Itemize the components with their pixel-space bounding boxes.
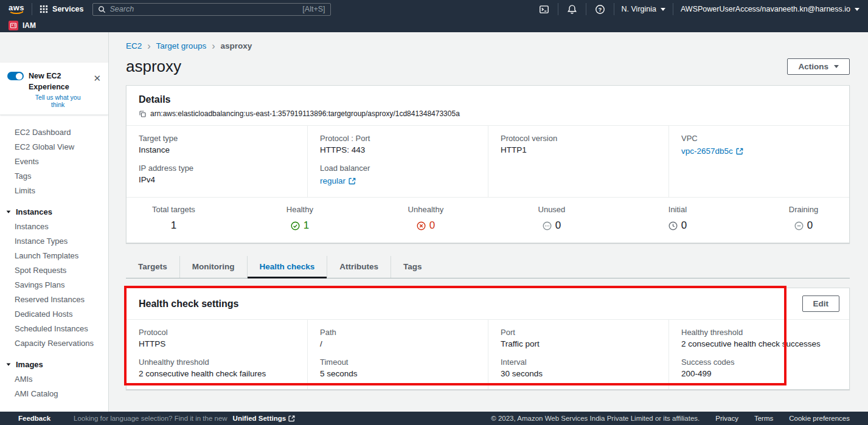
field-protocol-port: Protocol : Port HTTPS: 443 <box>320 134 476 154</box>
aws-swoosh-icon <box>9 10 24 14</box>
field-success-codes: Success codes 200-499 <box>681 358 837 378</box>
tell-us-link[interactable]: Tell us what you think <box>29 94 87 108</box>
topnav-right: ? N. Virginia AWSPowerUserAccess/navanee… <box>538 3 859 15</box>
health-check-fields: Protocol HTTPS Unhealthy threshold 2 con… <box>127 320 849 389</box>
field-vpc: VPC vpc-2657db5c <box>681 134 837 156</box>
sidebar-item-dedicated-hosts[interactable]: Dedicated Hosts <box>0 306 108 321</box>
ellipsis-circle-icon <box>543 221 552 230</box>
region-label: N. Virginia <box>622 5 656 13</box>
help-button[interactable]: ? <box>594 4 606 15</box>
tab-health-checks[interactable]: Health checks <box>247 256 327 278</box>
field-unhealthy-threshold: Unhealthy threshold 2 consecutive health… <box>139 358 295 378</box>
language-selection-note: Looking for language selection? Find it … <box>74 415 295 422</box>
field-target-type: Target type Instance <box>139 134 295 154</box>
iam-service-icon <box>9 21 18 30</box>
unified-settings-link[interactable]: Unified Settings <box>233 415 296 422</box>
cloudshell-button[interactable] <box>538 4 550 15</box>
breadcrumb-ec2[interactable]: EC2 <box>126 41 142 50</box>
health-check-title: Health check settings <box>139 299 239 309</box>
notifications-button[interactable] <box>566 4 578 15</box>
tab-bar: Targets Monitoring Health checks Attribu… <box>126 256 850 278</box>
sidebar-item-limits[interactable]: Limits <box>0 183 108 198</box>
breadcrumb-separator: › <box>212 43 215 49</box>
sidebar-item-launch-templates[interactable]: Launch Templates <box>0 248 108 263</box>
clock-circle-icon <box>668 221 678 230</box>
edit-button[interactable]: Edit <box>802 295 840 312</box>
field-ip-address-type: IP address type IPv4 <box>139 164 295 184</box>
external-link-icon <box>288 415 295 422</box>
details-header: Details arn:aws:elasticloadbalancing:us-… <box>127 86 849 125</box>
sidebar-nav: EC2 Dashboard EC2 Global View Events Tag… <box>0 115 108 412</box>
sidebar-item-tags[interactable]: Tags <box>0 168 108 183</box>
favorite-iam-link[interactable]: IAM <box>9 21 36 30</box>
sidebar-item-spot-requests[interactable]: Spot Requests <box>0 263 108 277</box>
sidebar-item-savings-plans[interactable]: Savings Plans <box>0 277 108 292</box>
sidebar-section-instances[interactable]: Instances <box>0 205 108 219</box>
actions-button[interactable]: Actions <box>787 58 850 75</box>
tab-monitoring[interactable]: Monitoring <box>179 256 247 278</box>
services-grid-icon <box>40 5 48 13</box>
account-menu[interactable]: AWSPowerUserAccess/navaneeth.kn@harness.… <box>681 5 859 13</box>
field-interval: Interval 30 seconds <box>501 358 656 378</box>
page-title: asproxy <box>126 57 181 76</box>
external-link-icon <box>349 178 356 185</box>
services-menu-button[interactable]: Services <box>40 5 83 13</box>
sidebar-item-ec2-dashboard[interactable]: EC2 Dashboard <box>0 125 108 139</box>
sidebar-item-amis[interactable]: AMIs <box>0 371 108 386</box>
sidebar: New EC2 Experience Tell us what you thin… <box>0 32 109 412</box>
feedback-link[interactable]: Feedback <box>18 415 50 422</box>
breadcrumb: EC2 › Target groups › asproxy <box>126 41 850 50</box>
new-experience-text: New EC2 Experience Tell us what you thin… <box>29 70 87 108</box>
iam-label: IAM <box>23 21 36 30</box>
terms-link[interactable]: Terms <box>754 415 773 422</box>
health-check-header: Health check settings Edit <box>127 288 849 320</box>
arn-row: arn:aws:elasticloadbalancing:us-east-1:3… <box>139 109 837 118</box>
global-search-box[interactable]: [Alt+S] <box>92 3 331 16</box>
search-input[interactable] <box>110 5 299 13</box>
svg-text:?: ? <box>598 6 602 12</box>
close-icon[interactable]: ✕ <box>92 72 102 84</box>
health-check-settings-card: Health check settings Edit Protocol HTTP… <box>126 288 850 390</box>
bell-icon <box>567 4 577 15</box>
sidebar-item-capacity-reservations[interactable]: Capacity Reservations <box>0 336 108 350</box>
top-navigation: aws Services [Alt+S] <box>0 0 868 18</box>
copy-icon[interactable] <box>139 110 147 118</box>
sidebar-top-spacer <box>0 32 108 63</box>
footer-right: © 2023, Amazon Web Services India Privat… <box>491 415 850 422</box>
copyright-text: © 2023, Amazon Web Services India Privat… <box>491 415 700 422</box>
vpc-link[interactable]: vpc-2657db5c <box>681 147 743 156</box>
sidebar-item-events[interactable]: Events <box>0 154 108 168</box>
new-experience-toggle[interactable] <box>7 72 24 80</box>
field-path: Path / <box>320 328 476 348</box>
target-status-summary: Total targets 1 Healthy 1 Unhealt <box>127 197 849 243</box>
stat-total-targets: Total targets 1 <box>152 205 195 232</box>
privacy-link[interactable]: Privacy <box>715 415 738 422</box>
main-content: EC2 › Target groups › asproxy asproxy Ac… <box>109 32 868 412</box>
arn-value: arn:aws:elasticloadbalancing:us-east-1:3… <box>150 109 460 118</box>
sidebar-item-ec2-global-view[interactable]: EC2 Global View <box>0 139 108 154</box>
section-collapse-icon <box>7 210 11 213</box>
tab-targets[interactable]: Targets <box>126 256 179 278</box>
new-ec2-experience-panel: New EC2 Experience Tell us what you thin… <box>0 63 108 115</box>
details-fields: Target type Instance IP address type IPv… <box>127 125 849 197</box>
favorites-bar: IAM <box>0 18 868 32</box>
aws-logo[interactable]: aws <box>9 4 24 14</box>
breadcrumb-target-groups[interactable]: Target groups <box>156 41 207 50</box>
sidebar-item-instance-types[interactable]: Instance Types <box>0 233 108 248</box>
chevron-down-icon <box>834 65 839 68</box>
sidebar-item-scheduled-instances[interactable]: Scheduled Instances <box>0 321 108 336</box>
tab-attributes[interactable]: Attributes <box>327 256 391 278</box>
sidebar-section-images[interactable]: Images <box>0 358 108 371</box>
sidebar-item-ami-catalog[interactable]: AMI Catalog <box>0 386 108 401</box>
region-selector[interactable]: N. Virginia <box>622 5 665 13</box>
check-circle-icon <box>291 221 300 230</box>
sidebar-item-reserved-instances[interactable]: Reserved Instances <box>0 292 108 306</box>
sidebar-item-instances[interactable]: Instances <box>0 219 108 233</box>
field-timeout: Timeout 5 seconds <box>320 358 476 378</box>
load-balancer-link[interactable]: regular <box>320 176 356 185</box>
breadcrumb-current: asproxy <box>220 41 252 50</box>
field-healthy-threshold: Healthy threshold 2 consecutive health c… <box>681 328 837 348</box>
cookie-preferences-link[interactable]: Cookie preferences <box>789 415 850 422</box>
page-header: asproxy Actions <box>126 57 850 76</box>
tab-tags[interactable]: Tags <box>391 256 434 278</box>
